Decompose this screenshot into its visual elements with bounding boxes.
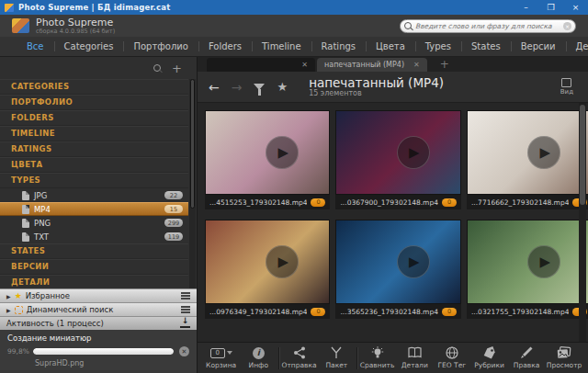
file-icon: [22, 232, 29, 242]
sidebar-section-types[interactable]: TYPES: [0, 173, 188, 188]
media-tile[interactable]: ▶ ...0367900_179302148.mp40: [335, 110, 460, 209]
type-row-jpg[interactable]: JPG 22: [0, 188, 188, 202]
media-tile[interactable]: ▶ ...4515253_179302148.mp40: [205, 110, 330, 209]
sidebar-add-icon[interactable]: +: [172, 62, 182, 74]
video-thumbnail[interactable]: ▶: [467, 110, 588, 195]
media-tile[interactable]: ▶ ...0976349_179302148.mp40: [205, 220, 330, 319]
activity-panel: Создание миниатюр 99,8% ✕ SupraHD.png: [0, 330, 197, 373]
search-input[interactable]: [415, 22, 560, 30]
chevron-down-icon: [227, 351, 232, 355]
favorite-icon[interactable]: ★: [277, 81, 288, 93]
details-button[interactable]: Детали: [397, 343, 432, 373]
minimize-button[interactable]: –: [514, 0, 538, 15]
collection-count: 15 элементов: [309, 89, 444, 97]
forward-icon[interactable]: →: [232, 81, 243, 94]
view-switch[interactable]: Вид: [560, 78, 573, 96]
panel-activity[interactable]: Активность (1 процесс): [0, 316, 197, 330]
filename: ...0976349_179302148.mp4: [209, 308, 307, 316]
sidebar-section-colors[interactable]: ЦВЕТА: [0, 157, 188, 173]
nav-tab-details[interactable]: Детали: [566, 37, 588, 56]
back-icon[interactable]: ←: [209, 81, 220, 94]
nav-tab-folders[interactable]: Folders: [198, 37, 252, 56]
collection-tab-2[interactable]: напечатанный (MP4) ✕: [317, 58, 427, 72]
nav-tab-types[interactable]: Types: [415, 37, 461, 56]
nav-tab-portfolio[interactable]: Портфолио: [123, 37, 198, 56]
sidebar-section-states[interactable]: STATES: [0, 243, 188, 259]
nav-tab-colors[interactable]: Цвета: [366, 37, 415, 56]
nav-tab-timeline[interactable]: Timeline: [252, 37, 311, 56]
panel-favorites[interactable]: ▶ ★ Избранное: [0, 288, 197, 302]
compare-button[interactable]: Сравнить: [360, 343, 395, 373]
preview-button[interactable]: Просмотр: [547, 343, 582, 373]
media-tile[interactable]: ▶ ...7716662_179302148.mp40: [467, 110, 588, 209]
labels-button[interactable]: Рубрики: [472, 343, 507, 373]
geotag-button[interactable]: ГЕО Тег: [435, 343, 469, 373]
video-thumbnail[interactable]: ▶: [335, 110, 460, 195]
content-scrollbar[interactable]: [579, 103, 586, 342]
close-button[interactable]: ×: [563, 0, 588, 15]
panel-menu-icon[interactable]: [181, 292, 190, 300]
sidebar-section-timeline[interactable]: TIMELINE: [0, 126, 188, 141]
panel-menu-icon[interactable]: [181, 306, 190, 313]
sidebar-section-ratings[interactable]: RATINGS: [0, 141, 188, 157]
expand-arrow-icon[interactable]: ▶: [6, 307, 11, 313]
titlebar: Photo Supreme | БД idimager.cat – ❒ ×: [0, 0, 588, 15]
nav-tab-categories[interactable]: Categories: [54, 37, 124, 56]
global-search[interactable]: ×: [400, 19, 576, 33]
nav-tab-states[interactable]: States: [461, 37, 511, 56]
sidebar-search-icon[interactable]: [153, 64, 161, 72]
media-tile[interactable]: ▶ ...0321755_179302148.mp40: [467, 220, 588, 319]
dock-panel-icon[interactable]: [180, 319, 190, 328]
type-row-mp4[interactable]: MP4 15: [0, 202, 188, 216]
dynamic-search-icon: [15, 306, 23, 314]
book-icon: [408, 346, 422, 359]
new-tab-icon[interactable]: +: [440, 58, 449, 71]
collection-tab-1[interactable]: ✕: [207, 58, 315, 72]
panel-dynamic-search[interactable]: ▶ Динамический поиск: [0, 302, 197, 316]
batch-button[interactable]: Пакет: [319, 343, 354, 373]
sidebar-scrollbar[interactable]: [189, 79, 196, 288]
close-tab-icon[interactable]: ✕: [413, 61, 420, 69]
video-thumbnail[interactable]: ▶: [335, 220, 460, 304]
nav-tab-vse[interactable]: Все: [17, 37, 54, 56]
collection-title: напечатанный (MP4): [309, 76, 444, 89]
play-overlay-icon[interactable]: ▶: [266, 136, 299, 169]
play-overlay-icon[interactable]: ▶: [397, 136, 430, 169]
edit-button[interactable]: Правка: [509, 343, 544, 373]
video-thumbnail[interactable]: ▶: [205, 110, 330, 195]
app-logo-large-icon: [12, 18, 29, 33]
basket-button[interactable]: 0 Корзина: [204, 343, 239, 373]
video-thumbnail[interactable]: ▶: [205, 220, 330, 304]
share-icon: [293, 346, 306, 359]
sidebar-section-folders[interactable]: FOLDERS: [0, 110, 188, 126]
video-thumbnail[interactable]: ▶: [467, 220, 588, 304]
maximize-button[interactable]: ❒: [538, 0, 563, 15]
sidebar-section-categories[interactable]: CATEGORIES: [0, 79, 188, 95]
activity-current-file: SupraHD.png: [35, 359, 189, 367]
play-overlay-icon[interactable]: ▶: [527, 245, 560, 278]
filename: ...3565236_179302148.mp4: [340, 308, 437, 316]
sidebar-section-versions[interactable]: ВЕРСИИ: [0, 259, 188, 275]
play-overlay-icon[interactable]: ▶: [397, 245, 430, 278]
app-window: Photo Supreme | БД idimager.cat – ❒ × Ph…: [0, 0, 588, 373]
nav-tab-versions[interactable]: Версии: [511, 37, 566, 56]
media-tile[interactable]: ▶ ...3565236_179302148.mp40: [335, 220, 460, 319]
expand-arrow-icon[interactable]: ▶: [6, 293, 11, 300]
type-row-png[interactable]: PNG 299: [0, 216, 188, 230]
play-overlay-icon[interactable]: ▶: [527, 136, 560, 169]
filename: ...7716662_179302148.mp4: [471, 198, 569, 207]
sidebar-section-portfolio[interactable]: ПОРТФОЛИО: [0, 95, 188, 110]
filter-icon[interactable]: [254, 84, 265, 90]
share-button[interactable]: Отправка: [282, 343, 317, 373]
lightbulb-icon: [371, 346, 384, 359]
play-overlay-icon[interactable]: ▶: [266, 245, 299, 278]
thumbnail-grid: ▶ ...4515253_179302148.mp40 ▶ ...0367900…: [205, 103, 575, 342]
cancel-task-icon[interactable]: ✕: [179, 346, 189, 356]
nav-tab-ratings[interactable]: Ratings: [311, 37, 366, 56]
search-clear-icon[interactable]: ×: [563, 22, 571, 30]
sidebar-section-details[interactable]: ДЕТАЛИ: [0, 275, 188, 288]
close-tab-icon[interactable]: ✕: [301, 61, 308, 69]
file-icon: [22, 191, 29, 200]
type-row-txt[interactable]: TXT 119: [0, 230, 188, 243]
info-button[interactable]: i Инфо: [241, 343, 276, 373]
